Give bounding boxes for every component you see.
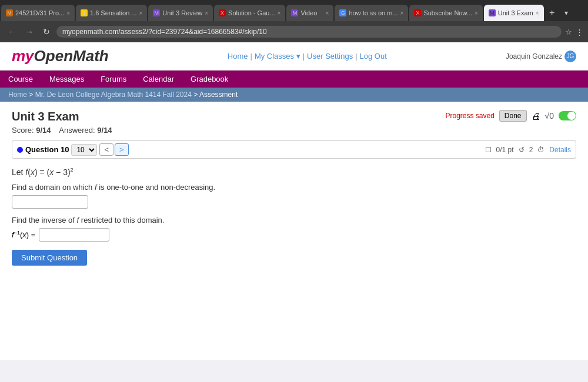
user-name: Joaquin Gonzalez <box>506 52 562 61</box>
tab-4[interactable]: X Solution - Gau... × <box>214 5 285 21</box>
breadcrumb-home[interactable]: Home <box>8 91 27 99</box>
submit-button[interactable]: Submit Question <box>12 250 87 266</box>
tab-close-1[interactable]: × <box>64 10 70 16</box>
breadcrumb-course[interactable]: Mr. De Leon College Algebra Math 1414 Fa… <box>35 91 192 99</box>
domain-input[interactable] <box>12 195 88 209</box>
user-avatar: JG <box>564 51 576 62</box>
breadcrumb-sep2: > <box>193 91 198 99</box>
done-button[interactable]: Done <box>499 110 527 122</box>
logo-my: my <box>12 47 34 65</box>
tab-close-6[interactable]: × <box>398 10 404 16</box>
tab-label-3: Unit 3 Review <box>162 9 202 16</box>
part1-text: Find a domain on which f is one-to-one a… <box>12 183 576 192</box>
progress-saved-text: Progress saved <box>445 112 494 120</box>
question-select[interactable]: 10 <box>71 144 97 156</box>
sqrt-icon: √0 <box>545 111 554 120</box>
breadcrumb-current: Assessment <box>199 91 238 99</box>
inverse-label: f−1(x) = <box>12 230 35 239</box>
tab-8[interactable]: M Unit 3 Exam × <box>484 5 544 21</box>
site-logo: myOpenMath <box>12 47 109 65</box>
tab-overflow-button[interactable]: ▾ <box>560 5 572 21</box>
answered-value: 9/14 <box>97 126 112 135</box>
tab-close-3[interactable]: × <box>202 10 208 16</box>
tab-label-1: 24521D/31 Pro... <box>15 9 64 16</box>
exam-header-row: Unit 3 Exam Score: 9/14 Answered: 9/14 P… <box>12 110 576 140</box>
header-user: Joaquin Gonzalez JG <box>506 51 576 62</box>
tab-label-8: Unit 3 Exam <box>498 9 533 16</box>
tab-favicon-7: X <box>414 9 421 16</box>
tab-7[interactable]: X Subscribe Now... × <box>409 5 482 21</box>
part2-text: Find the inverse of f restricted to this… <box>12 216 576 224</box>
profile-icon[interactable]: ⋮ <box>576 28 583 36</box>
tab-6[interactable]: G how to ss on m... × <box>335 5 408 21</box>
tab-label-2: 1.6 Sensation ... <box>90 9 137 16</box>
new-tab-button[interactable]: + <box>544 5 560 21</box>
nav-user-settings-link[interactable]: User Settings <box>307 52 353 61</box>
retry-count: 2 <box>529 146 533 154</box>
tab-close-8[interactable]: × <box>533 10 539 16</box>
inverse-row: f−1(x) = <box>12 228 576 242</box>
answered-label: Answered: <box>59 126 95 135</box>
tab-favicon-2: 1 <box>81 9 88 16</box>
math-intro: Let f(x) = (x − 3)2 <box>12 167 576 177</box>
bookmark-icon[interactable]: ☆ <box>565 28 572 36</box>
tab-close-4[interactable]: × <box>275 10 281 16</box>
tab-2[interactable]: 1 1.6 Sensation ... × <box>76 5 147 21</box>
exam-title-block: Unit 3 Exam Score: 9/14 Answered: 9/14 <box>12 110 112 140</box>
next-question-button[interactable]: > <box>115 143 129 156</box>
nav-forums[interactable]: Forums <box>92 71 135 88</box>
back-button[interactable]: ← <box>5 26 19 38</box>
question-score-icon: ☐ <box>485 146 492 154</box>
tab-close-7[interactable]: × <box>472 10 478 16</box>
toggle-switch[interactable] <box>559 111 576 120</box>
browser-chrome: M 24521D/31 Pro... × 1 1.6 Sensation ...… <box>0 0 588 42</box>
nav-calendar[interactable]: Calendar <box>135 71 182 88</box>
address-bar: ← → ↻ ☆ ⋮ <box>0 21 588 42</box>
tab-3[interactable]: M Unit 3 Review × <box>148 5 213 21</box>
question-nav-left: Question 10 10 < > <box>17 143 129 156</box>
tab-close-2[interactable]: × <box>137 10 143 16</box>
breadcrumb: Home > Mr. De Leon College Algebra Math … <box>0 88 588 102</box>
breadcrumb-sep1: > <box>29 91 33 99</box>
progress-area: Progress saved Done 🖨 √0 <box>445 110 576 122</box>
forward-button[interactable]: → <box>22 26 36 38</box>
print-icon[interactable]: 🖨 <box>532 111 540 121</box>
tab-favicon-4: X <box>219 9 226 16</box>
header-nav: Home | My Classes ▾ | User Settings | Lo… <box>228 52 387 61</box>
tab-bar: M 24521D/31 Pro... × 1 1.6 Sensation ...… <box>0 0 588 21</box>
nav-messages[interactable]: Messages <box>41 71 92 88</box>
question-label: Question 10 <box>25 145 69 154</box>
score-value: 9/14 <box>36 126 51 135</box>
tab-close-5[interactable]: × <box>323 10 329 16</box>
clock-icon: ⏱ <box>537 146 544 154</box>
inverse-input[interactable] <box>39 228 109 242</box>
nav-gradebook[interactable]: Gradebook <box>182 71 236 88</box>
nav-my-classes-link[interactable]: My Classes ▾ <box>255 52 300 61</box>
question-body: Let f(x) = (x − 3)2 Find a domain on whi… <box>12 167 576 272</box>
question-nav: Question 10 10 < > ☐ 0/1 pt ↺ 2 ⏱ Detail… <box>12 140 576 159</box>
details-link[interactable]: Details <box>549 146 571 154</box>
nav-log-out-link[interactable]: Log Out <box>360 52 387 61</box>
address-bar-icons: ☆ ⋮ <box>565 28 583 36</box>
tab-1[interactable]: M 24521D/31 Pro... × <box>1 5 75 21</box>
question-dot <box>17 147 23 153</box>
question-nav-arrows: < > <box>99 143 128 156</box>
tab-5[interactable]: M Video × <box>286 5 333 21</box>
retry-icon: ↺ <box>519 146 524 154</box>
nav-course[interactable]: Course <box>0 71 41 88</box>
content-area: Unit 3 Exam Score: 9/14 Answered: 9/14 P… <box>0 102 588 360</box>
nav-home-link[interactable]: Home <box>228 52 248 61</box>
tab-label-5: Video <box>300 9 317 16</box>
score-label: Score: <box>12 126 34 135</box>
prev-question-button[interactable]: < <box>99 143 113 156</box>
site-header: myOpenMath Home | My Classes ▾ | User Se… <box>0 42 588 71</box>
reload-button[interactable]: ↻ <box>40 26 53 38</box>
tab-favicon-6: G <box>339 9 346 16</box>
toggle-knob <box>567 112 576 120</box>
tab-favicon-3: M <box>153 9 160 16</box>
question-nav-right: ☐ 0/1 pt ↺ 2 ⏱ Details <box>485 146 571 154</box>
tab-favicon-5: M <box>291 9 298 16</box>
tab-favicon-1: M <box>6 9 13 16</box>
address-input[interactable] <box>56 26 562 38</box>
main-nav: Course Messages Forums Calendar Gradeboo… <box>0 71 588 88</box>
